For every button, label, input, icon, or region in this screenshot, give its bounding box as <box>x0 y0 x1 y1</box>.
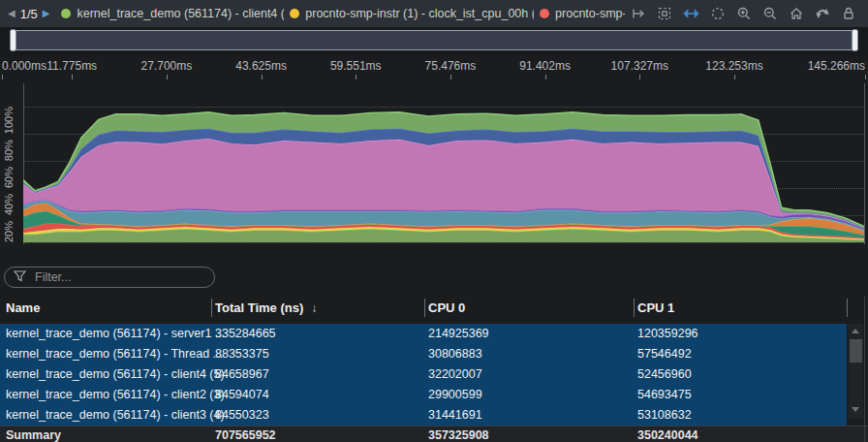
row-value: 335284665 <box>215 327 276 340</box>
row-value: 30806883 <box>428 347 482 361</box>
column-separator <box>211 299 212 317</box>
legend-label: procnto-smp-i <box>555 7 625 20</box>
plot-right-border <box>864 83 865 244</box>
legend-dot-icon <box>540 9 549 18</box>
row-value: 31441691 <box>428 408 482 422</box>
table-row[interactable]: kernel_trace_demo (561174) - server1 ...… <box>0 324 847 344</box>
select-region-icon[interactable] <box>710 6 726 21</box>
table-row[interactable]: kernel_trace_demo (561174) - client4 (5)… <box>0 364 847 385</box>
fit-width-icon[interactable] <box>683 6 699 21</box>
lock-icon[interactable] <box>841 6 856 21</box>
legend-label: kernel_trace_demo (561174) - client4 (5) <box>77 7 284 20</box>
row-value: 84658967 <box>215 367 269 381</box>
time-tick-mark <box>639 75 640 79</box>
sync-icon[interactable] <box>815 6 830 21</box>
time-tick-mark <box>734 75 735 79</box>
toolbar: ◀ 1/5 ▶ kernel_trace_demo (561174) - cli… <box>0 0 868 27</box>
summary-cpu0: 357325908 <box>428 428 489 442</box>
column-header-cpu1[interactable]: CPU 1 <box>637 300 674 315</box>
row-value: 88353375 <box>215 347 269 361</box>
table-scrollbar[interactable] <box>849 324 863 419</box>
row-value: 84594074 <box>215 388 269 401</box>
time-tick-mark <box>167 75 168 79</box>
row-name: kernel_trace_demo (561174) - client4 (5) <box>6 367 225 381</box>
zoom-out-icon[interactable] <box>762 6 778 21</box>
fit-selection-icon[interactable] <box>657 6 672 21</box>
table-body: kernel_trace_demo (561174) - server1 ...… <box>0 324 868 426</box>
row-value: 53108632 <box>637 408 692 422</box>
row-value: 120359296 <box>637 327 698 340</box>
home-icon[interactable] <box>789 6 804 21</box>
stacked-area-svg <box>23 81 864 244</box>
time-tick-label: 123.253ms <box>705 59 762 73</box>
pan-right-icon[interactable] <box>631 6 646 21</box>
table-right-border <box>864 297 865 442</box>
time-tick-label: 75.476ms <box>425 59 477 73</box>
row-name: kernel_trace_demo (561174) - client2 (3) <box>6 388 225 401</box>
legend-dot-icon <box>61 9 71 18</box>
table-row[interactable]: kernel_trace_demo (561174) - client2 (3)… <box>0 385 847 405</box>
row-value: 32202007 <box>428 367 482 381</box>
summary-total-time: 707565952 <box>215 428 276 442</box>
prev-page-icon[interactable]: ◀ <box>8 9 16 18</box>
legend-dot-icon <box>290 9 299 18</box>
time-tick-mark <box>450 75 451 79</box>
time-axis: 0.000ms11.775ms27.700ms43.625ms59.551ms7… <box>0 56 868 81</box>
range-handle-left[interactable] <box>10 29 16 51</box>
row-value: 54693475 <box>637 388 692 401</box>
time-tick-label: 91.402ms <box>519 59 571 73</box>
time-tick-label: 59.551ms <box>330 59 382 73</box>
column-separator <box>847 299 848 317</box>
zoom-in-icon[interactable] <box>736 6 752 21</box>
row-value: 52456960 <box>637 367 692 381</box>
column-separator <box>424 299 425 317</box>
range-handle-right[interactable] <box>852 29 858 51</box>
row-name: kernel_trace_demo (561174) - Thread ... <box>6 347 223 361</box>
y-axis-labels: 20%40%60%80%100% <box>3 107 16 242</box>
table-header: Name Total Time (ns)↓ CPU 0 CPU 1 <box>0 295 868 322</box>
time-tick-mark <box>262 75 263 79</box>
column-header-total-time[interactable]: Total Time (ns)↓ <box>215 300 317 315</box>
legend-item[interactable]: procnto-smp-i <box>540 7 625 20</box>
row-value: 84550323 <box>215 408 269 422</box>
scrollbar-thumb[interactable] <box>850 339 862 363</box>
cpu-usage-chart[interactable]: 20%40%60%80%100% <box>0 81 868 248</box>
time-tick-label: 27.700ms <box>141 59 193 73</box>
scroll-down-icon[interactable] <box>852 407 859 412</box>
overview-range-row <box>0 27 868 56</box>
legend-item[interactable]: procnto-smp-instr (1) - clock_ist_cpu_00… <box>290 7 534 20</box>
time-tick-label: 107.327ms <box>611 59 668 73</box>
y-axis-tick-label: 80% <box>3 140 16 161</box>
filter-input[interactable] <box>33 269 192 285</box>
summary-label: Summary <box>6 428 61 442</box>
column-separator <box>634 299 635 317</box>
next-page-icon[interactable]: ▶ <box>43 9 50 18</box>
scroll-up-icon[interactable] <box>852 329 859 333</box>
time-tick-label: 0.000ms <box>2 59 46 73</box>
table-row[interactable]: kernel_trace_demo (561174) - client3 (4)… <box>0 405 847 426</box>
time-tick-mark <box>72 75 73 79</box>
row-value: 29900599 <box>428 388 482 401</box>
sort-descending-icon: ↓ <box>311 301 317 315</box>
column-header-name[interactable]: Name <box>6 300 40 315</box>
filter-box[interactable] <box>4 267 215 288</box>
y-axis-tick-label: 60% <box>3 167 16 188</box>
time-tick-label: 11.775ms <box>46 59 97 73</box>
legend-label: procnto-smp-instr (1) - clock_ist_cpu_00… <box>305 7 534 20</box>
time-tick-label: 43.625ms <box>235 59 287 73</box>
legend-item[interactable]: kernel_trace_demo (561174) - client4 (5) <box>61 7 284 20</box>
time-tick-mark <box>356 75 356 79</box>
time-tick-label: 145.266ms <box>808 59 865 73</box>
y-axis-tick-label: 40% <box>3 194 16 215</box>
column-header-cpu0[interactable]: CPU 0 <box>428 300 465 315</box>
time-tick-mark <box>545 75 546 79</box>
time-tick-mark <box>865 75 866 79</box>
row-name: kernel_trace_demo (561174) - server1 ... <box>6 327 225 340</box>
y-axis-tick-label: 100% <box>3 107 16 134</box>
row-name: kernel_trace_demo (561174) - client3 (4) <box>6 408 225 422</box>
pager-label: 1/5 <box>20 7 38 21</box>
range-selector-track[interactable] <box>14 30 854 50</box>
table-row[interactable]: kernel_trace_demo (561174) - Thread ...8… <box>0 344 847 364</box>
summary-cpu1: 350240044 <box>637 428 698 442</box>
summary-row: Summary 707565952 357325908 350240044 <box>0 426 868 442</box>
